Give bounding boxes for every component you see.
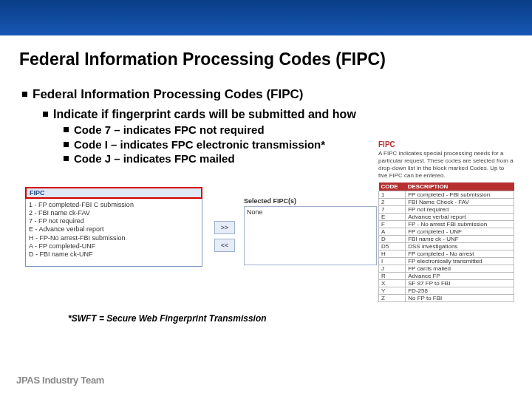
footer-team: JPAS Industry Team [16,375,104,386]
table-row: HFP completed - No arrest [379,250,514,258]
cell-desc: FBI Name Check - FAV [406,199,514,206]
lvl3a-text: Code 7 – indicates FPC not required [74,123,265,136]
table-row: 1FP completed - FBI submission [379,191,514,199]
cell-code: D5 [379,243,406,250]
cell-desc: FP not required [406,206,514,214]
bullet-icon [22,92,27,97]
cell-code: I [379,258,406,265]
bullet-icon [64,127,69,132]
cell-code: Y [379,287,406,295]
table-row: ZNo FP to FBI [379,295,514,302]
bullet-icon [64,142,69,147]
table-row: IFP electronically transmitted [379,258,514,265]
selected-panel: Selected FIPC(s) None [244,197,377,265]
cell-desc: FD-258 [406,287,514,295]
bullet-level-1: Federal Information Processing Codes (FI… [22,87,516,102]
cell-code: 1 [379,191,406,199]
panel-body[interactable]: 1 - FP completed-FBI C submission 2 - FB… [25,199,202,267]
cell-code: F [379,221,406,228]
lvl2-text: Indicate if fingerprint cards will be su… [53,108,356,120]
lvl3c-text: Code J – indicates FPC mailed [74,152,235,165]
cell-code: E [379,214,406,221]
title-band: Federal Information Processing Codes (FI… [0,0,532,74]
bullet-icon [43,112,48,117]
bullet-level-2: Indicate if fingerprint cards will be su… [43,108,516,121]
col-code: CODE [379,183,406,191]
reference-block: FIPC A FIPC indicates special processing… [378,140,514,302]
cell-code: H [379,250,406,258]
cell-code: Z [379,295,406,302]
table-row: EAdvance verbal report [379,214,514,221]
reference-table: CODE DESCRIPTION 1FP completed - FBI sub… [378,183,514,302]
bullet-level-3: Code 7 – indicates FPC not required [64,123,516,137]
cell-desc: FP - No arrest FBI submission [406,221,514,228]
reference-text: A FIPC indicates special processing need… [378,150,514,180]
lvl3b-text: Code I – indicates FPC electronic transm… [74,138,325,151]
cell-desc: Advance FP [406,273,514,280]
table-row: RAdvance FP [379,273,514,280]
cell-code: D [379,236,406,243]
table-row: D5DSS investigations [379,243,514,250]
shuttle-buttons: >> << [214,221,235,252]
selected-listbox[interactable]: None [244,206,377,265]
cell-desc: Advance verbal report [406,214,514,221]
list-item[interactable]: D - FBI name ck-UNF [29,250,199,259]
cell-desc: FP cards mailed [406,265,514,273]
list-item[interactable]: H - FP-No arrest-FBI submission [29,234,199,242]
reference-title: FIPC [378,140,514,149]
cell-desc: SF 87 FP to FBI [406,280,514,287]
available-panel: FIPC 1 - FP completed-FBI C submission 2… [25,187,202,267]
cell-desc: No FP to FBI [406,295,514,302]
remove-button[interactable]: << [214,239,235,252]
list-item[interactable]: 1 - FP completed-FBI C submission [29,201,199,209]
table-row: YFD-258 [379,287,514,295]
add-button[interactable]: >> [214,221,235,234]
col-desc: DESCRIPTION [406,183,514,191]
cell-code: 7 [379,206,406,214]
table-row: AFP completed - UNF [379,228,514,236]
cell-desc: FBI name ck - UNF [406,236,514,243]
cell-code: A [379,228,406,236]
bullet-icon [64,156,69,161]
cell-desc: FP completed - UNF [406,228,514,236]
table-row: 7FP not required [379,206,514,214]
cell-desc: DSS investigations [406,243,514,250]
selected-label: Selected FIPC(s) [244,197,377,205]
table-row: DFBI name ck - UNF [379,236,514,243]
cell-code: 2 [379,199,406,206]
slide-title: Federal Information Processing Codes (FI… [19,50,386,69]
slide: Federal Information Processing Codes (FI… [0,0,532,399]
table-row: JFP cards mailed [379,265,514,273]
cell-desc: FP completed - FBI submission [406,191,514,199]
cell-code: J [379,265,406,273]
cell-desc: FP electronically transmitted [406,258,514,265]
lvl1-text: Federal Information Processing Codes (FI… [33,87,304,101]
list-item[interactable]: 2 - FBI name ck-FAV [29,209,199,217]
table-row: FFP - No arrest FBI submission [379,221,514,228]
footnote: *SWFT = Secure Web Fingerprint Transmiss… [68,313,267,324]
cell-desc: FP completed - No arrest [406,250,514,258]
list-item[interactable]: E - Advance verbal report [29,225,199,233]
list-item[interactable]: 7 - FP not required [29,217,199,225]
list-item[interactable]: A - FP completed-UNF [29,242,199,250]
table-row: 2FBI Name Check - FAV [379,199,514,206]
table-row: XSF 87 FP to FBI [379,280,514,287]
cell-code: R [379,273,406,280]
cell-code: X [379,280,406,287]
panel-header: FIPC [25,187,202,199]
